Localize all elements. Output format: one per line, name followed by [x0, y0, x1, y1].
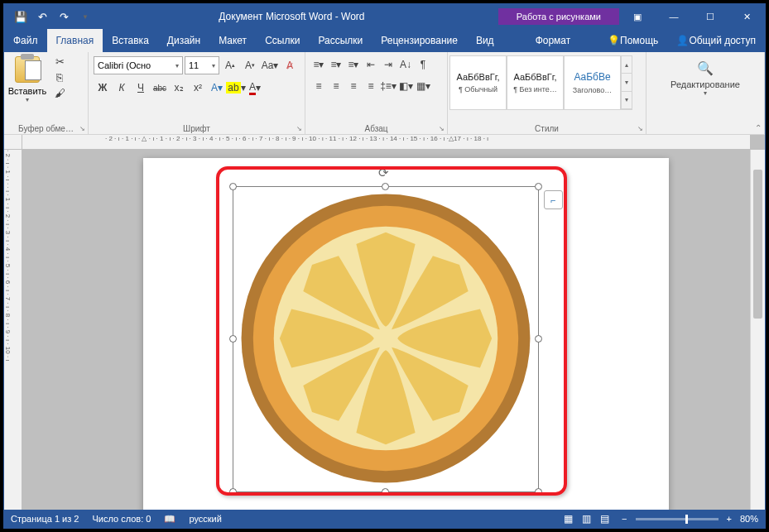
- font-color-icon[interactable]: A▾: [246, 79, 264, 97]
- tab-file[interactable]: Файл: [4, 29, 47, 52]
- view-print-icon[interactable]: ▥: [577, 513, 595, 525]
- document-area: · 2 · ı · 1 · ı · △ · ı · 1 · ı · 2 · ı …: [4, 135, 765, 510]
- copy-icon[interactable]: ⎘: [50, 71, 69, 84]
- shading-icon[interactable]: ◧▾: [397, 77, 414, 95]
- font-name-value: Calibri (Осно: [98, 60, 151, 70]
- bullets-icon[interactable]: ≡▾: [310, 55, 327, 74]
- align-left-icon[interactable]: ≡: [310, 77, 327, 95]
- close-icon[interactable]: ✕: [728, 4, 765, 29]
- status-proofing-icon[interactable]: 📖: [164, 514, 175, 525]
- undo-icon[interactable]: ↶: [32, 7, 52, 26]
- font-name-combo[interactable]: Calibri (Осно▾: [94, 56, 183, 74]
- word-window: 💾 ↶ ↷ ▼ Документ Microsoft Word - Word Р…: [3, 3, 766, 529]
- tab-review[interactable]: Рецензирование: [372, 29, 467, 52]
- maximize-icon[interactable]: ☐: [692, 4, 728, 29]
- status-language[interactable]: русский: [189, 514, 221, 524]
- scroll-thumb[interactable]: [753, 170, 762, 319]
- paste-dropdown-icon[interactable]: ▾: [26, 96, 29, 103]
- underline-button[interactable]: Ч: [132, 79, 150, 97]
- view-web-icon[interactable]: ▤: [595, 513, 613, 525]
- numbering-icon[interactable]: ≡▾: [328, 55, 344, 74]
- qat-more-icon[interactable]: ▼: [75, 7, 95, 26]
- inc-indent-icon[interactable]: ⇥: [380, 55, 397, 74]
- line-spacing-icon[interactable]: ‡≡▾: [380, 77, 397, 95]
- editing-dropdown-icon: ▾: [704, 89, 707, 97]
- status-words[interactable]: Число слов: 0: [92, 514, 151, 524]
- minimize-icon[interactable]: —: [656, 4, 692, 29]
- change-case-icon[interactable]: Aa▾: [261, 56, 279, 74]
- clipboard-dialog-icon[interactable]: ↘: [79, 125, 85, 132]
- format-painter-icon[interactable]: 🖌: [50, 87, 69, 99]
- align-center-icon[interactable]: ≡: [328, 77, 344, 95]
- zoom-in-icon[interactable]: +: [727, 514, 732, 524]
- window-controls: ▣ — ☐ ✕: [619, 4, 765, 29]
- save-icon[interactable]: 💾: [11, 7, 31, 26]
- cut-icon[interactable]: ✂: [50, 55, 69, 68]
- zoom-out-icon[interactable]: −: [622, 514, 627, 524]
- group-clipboard: Вставить ▾ ✂ ⎘ 🖌 Буфер обме… ↘: [4, 52, 89, 134]
- ribbon: Вставить ▾ ✂ ⎘ 🖌 Буфер обме… ↘ Calibri (…: [4, 52, 765, 135]
- ruler-vertical[interactable]: · 2 · ı · 1 · ı · · ı · 1 · ı · 2 · ı · …: [4, 150, 22, 510]
- group-editing[interactable]: 🔍 Редактирование ▾: [646, 52, 765, 134]
- font-dialog-icon[interactable]: ↘: [296, 125, 302, 132]
- view-read-icon[interactable]: ▦: [559, 513, 577, 525]
- highlight-icon[interactable]: ab▾: [227, 79, 245, 97]
- tell-me[interactable]: 💡 Помощь: [598, 29, 667, 52]
- superscript-button[interactable]: x²: [189, 79, 207, 97]
- style-name: Заголово…: [566, 86, 618, 94]
- status-page[interactable]: Страница 1 из 2: [11, 514, 79, 524]
- clear-format-icon[interactable]: A̷: [281, 56, 299, 74]
- tab-view[interactable]: Вид: [467, 29, 503, 52]
- tab-mailings[interactable]: Рассылки: [309, 29, 372, 52]
- style-preview: АаБбВвГг,: [514, 72, 557, 82]
- style-preview: АаБбВвГг,: [457, 72, 500, 82]
- share-label: Общий доступ: [689, 35, 756, 46]
- font-size-combo[interactable]: 11▾: [185, 56, 219, 74]
- redo-icon[interactable]: ↷: [54, 7, 74, 26]
- style-normal[interactable]: АаБбВвГг, ¶ Обычный: [449, 55, 507, 110]
- tab-layout[interactable]: Макет: [209, 29, 256, 52]
- style-name: ¶ Обычный: [452, 85, 504, 93]
- align-right-icon[interactable]: ≡: [345, 77, 362, 95]
- tab-design[interactable]: Дизайн: [158, 29, 209, 52]
- dec-indent-icon[interactable]: ⇤: [363, 55, 379, 74]
- collapse-ribbon-icon[interactable]: ⌃: [755, 123, 762, 132]
- paragraph-dialog-icon[interactable]: ↘: [439, 125, 445, 132]
- shrink-font-icon[interactable]: A▾: [241, 56, 259, 74]
- tab-references[interactable]: Ссылки: [256, 29, 309, 52]
- ruler-horizontal[interactable]: · 2 · ı · 1 · ı · △ · ı · 1 · ı · 2 · ı …: [22, 135, 750, 150]
- share-button[interactable]: 👤 Общий доступ: [667, 29, 765, 52]
- tab-insert[interactable]: Вставка: [103, 29, 158, 52]
- text-effects-icon[interactable]: A▾: [208, 79, 226, 97]
- window-title: Документ Microsoft Word - Word: [102, 11, 482, 22]
- tab-home[interactable]: Главная: [47, 29, 103, 52]
- italic-button[interactable]: К: [113, 79, 131, 97]
- group-font: Calibri (Осно▾ 11▾ A▴ A▾ Aa▾ A̷ Ж К Ч ab…: [89, 52, 305, 134]
- paste-button[interactable]: Вставить ▾: [7, 54, 47, 116]
- grow-font-icon[interactable]: A▴: [221, 56, 239, 74]
- scrollbar-vertical[interactable]: [750, 150, 765, 510]
- group-paragraph: ≡▾ ≡▾ ≡▾ ⇤ ⇥ A↓ ¶ ≡ ≡ ≡ ≡ ‡≡▾ ◧▾ ▦▾ Абза…: [305, 52, 448, 134]
- tab-format[interactable]: Формат: [526, 29, 580, 52]
- styles-gallery[interactable]: АаБбВвГг, ¶ Обычный АаБбВвГг, ¶ Без инте…: [449, 55, 644, 110]
- statusbar: Страница 1 из 2 Число слов: 0 📖 русский …: [4, 510, 765, 528]
- view-buttons: ▦ ▥ ▤: [559, 513, 613, 525]
- sort-icon[interactable]: A↓: [397, 55, 414, 74]
- styles-scroll[interactable]: ▴▾▾: [621, 55, 632, 110]
- titlebar: 💾 ↶ ↷ ▼ Документ Microsoft Word - Word Р…: [4, 4, 765, 29]
- zoom-level[interactable]: 80%: [740, 514, 758, 524]
- style-nospacing[interactable]: АаБбВвГг, ¶ Без инте…: [507, 55, 564, 110]
- subscript-button[interactable]: x₂: [170, 79, 188, 97]
- styles-dialog-icon[interactable]: ↘: [637, 125, 643, 132]
- style-heading1[interactable]: АаБбВе Заголово…: [564, 55, 621, 110]
- strike-button[interactable]: abc: [151, 79, 169, 97]
- multilevel-icon[interactable]: ≡▾: [345, 55, 362, 74]
- zoom-slider[interactable]: [636, 518, 719, 520]
- show-marks-icon[interactable]: ¶: [415, 55, 431, 74]
- bold-button[interactable]: Ж: [94, 79, 112, 97]
- ribbon-display-icon[interactable]: ▣: [619, 4, 656, 29]
- justify-icon[interactable]: ≡: [363, 77, 379, 95]
- group-styles-label: Стили: [448, 124, 646, 133]
- picture-tools-tab[interactable]: Работа с рисунками: [498, 8, 619, 25]
- borders-icon[interactable]: ▦▾: [415, 77, 431, 95]
